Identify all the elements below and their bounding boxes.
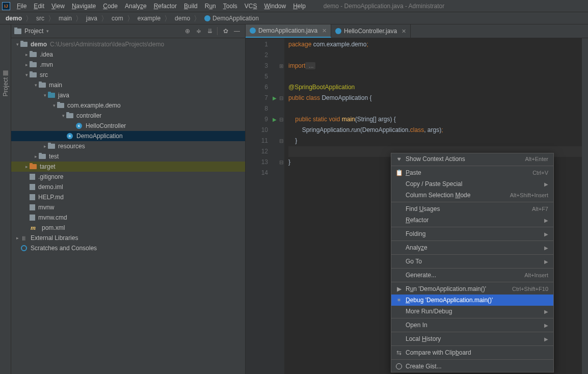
submenu-arrow-icon: ▶	[544, 336, 548, 342]
tree-demo-application[interactable]: cDemoApplication	[11, 131, 245, 141]
ctx-show-context-actions[interactable]: ♥Show Context ActionsAlt+Enter	[391, 153, 553, 165]
ctx-goto[interactable]: Go To▶	[391, 256, 553, 267]
diff-icon: ⇆	[394, 349, 404, 356]
tree-idea[interactable]: ▸.idea	[11, 49, 245, 60]
crumb-example[interactable]: example	[136, 15, 162, 22]
ctx-debug[interactable]: ✶Debug 'DemoApplication.main()'	[391, 295, 553, 306]
run-marker-icon[interactable]: ▶	[273, 93, 277, 103]
tree-resources[interactable]: ▸resources	[11, 141, 245, 151]
tree-src[interactable]: ▾src	[11, 70, 245, 80]
menu-window[interactable]: Window	[260, 1, 289, 11]
menu-file[interactable]: File	[13, 1, 30, 11]
tree-help[interactable]: HELP.md	[11, 192, 245, 202]
ctx-paste[interactable]: 📋PasteCtrl+V	[391, 167, 553, 178]
menu-refactor[interactable]: Refactor	[150, 1, 180, 11]
class-icon	[335, 28, 341, 34]
error-stripe[interactable]	[582, 38, 588, 374]
hide-icon[interactable]: —	[232, 26, 242, 36]
fold-icon[interactable]: ⊟	[278, 93, 284, 103]
ctx-compare-clipboard[interactable]: ⇆Compare with Clipboard	[391, 347, 553, 358]
ctx-copy-paste-special[interactable]: Copy / Paste Special▶	[391, 178, 553, 190]
menu-view[interactable]: View	[48, 1, 68, 11]
menu-bar: IJ File Edit View Navigate Code Analyze …	[0, 0, 588, 12]
tree-package[interactable]: ▾com.example.demo	[11, 100, 245, 111]
submenu-arrow-icon: ▶	[544, 231, 548, 237]
tree-ext-lib[interactable]: ▸⫼External Libraries	[11, 233, 245, 243]
expand-all-icon[interactable]: ≑	[194, 26, 204, 36]
ctx-folding[interactable]: Folding▶	[391, 228, 553, 239]
tree-mvnw[interactable]: mvnw	[11, 202, 245, 212]
submenu-arrow-icon: ▶	[544, 309, 548, 314]
fold-icon[interactable]: ⊞	[278, 61, 284, 71]
tree-root[interactable]: ▾demoC:\Users\Administrator\IdeaProjects…	[11, 39, 245, 49]
tree-java[interactable]: ▾java	[11, 90, 245, 100]
github-icon	[394, 363, 404, 369]
close-icon[interactable]: ✕	[322, 28, 327, 34]
project-header: Project ▾ ⊕ ≑ ⇊ ✿ —	[11, 24, 245, 38]
project-title[interactable]: Project	[24, 28, 43, 35]
tool-tab-project[interactable]: Project	[1, 70, 10, 96]
ctx-analyze[interactable]: Analyze▶	[391, 242, 553, 253]
tree-mvn[interactable]: ▸.mvn	[11, 60, 245, 70]
tree-pom[interactable]: mpom.xml	[11, 223, 245, 233]
tab-hello-controller[interactable]: HelloController.java ✕	[331, 24, 411, 38]
submenu-arrow-icon: ▶	[544, 245, 548, 251]
ctx-open-in[interactable]: Open In▶	[391, 319, 553, 331]
submenu-arrow-icon: ▶	[544, 323, 548, 328]
run-gutter: ▶ ▶	[271, 38, 278, 374]
crumb-demo[interactable]: demo	[4, 15, 23, 22]
crumb-main[interactable]: main	[57, 15, 73, 22]
menu-navigate[interactable]: Navigate	[68, 1, 99, 11]
tree-test[interactable]: ▸test	[11, 151, 245, 162]
ctx-local-history[interactable]: Local History▶	[391, 333, 553, 344]
ctx-more-run-debug[interactable]: More Run/Debug▶	[391, 306, 553, 317]
fold-icon[interactable]: ⊟	[278, 114, 284, 125]
tree-target[interactable]: ▸target	[11, 162, 245, 172]
crumb-demo2[interactable]: demo	[173, 15, 192, 22]
tool-window-stripe: Project	[0, 24, 11, 374]
ctx-column-selection[interactable]: Column Selection ModeAlt+Shift+Insert	[391, 190, 553, 201]
play-icon: ▶	[394, 285, 404, 292]
crumb-com[interactable]: com	[110, 15, 125, 22]
tab-label: HelloController.java	[344, 28, 397, 35]
menu-help[interactable]: Help	[289, 1, 309, 11]
fold-icon[interactable]: ⊟	[278, 157, 284, 168]
collapse-all-icon[interactable]: ⇊	[205, 26, 215, 36]
menu-analyze[interactable]: Analyze	[121, 1, 150, 11]
tree-hello-controller[interactable]: cHelloController	[11, 121, 245, 131]
dropdown-arrow-icon[interactable]: ▾	[46, 29, 49, 34]
project-tree[interactable]: ▾demoC:\Users\Administrator\IdeaProjects…	[11, 38, 245, 374]
crumb-java[interactable]: java	[85, 15, 99, 22]
ctx-find-usages[interactable]: Find UsagesAlt+F7	[391, 203, 553, 215]
submenu-arrow-icon: ▶	[544, 259, 548, 264]
tree-main[interactable]: ▾main	[11, 80, 245, 90]
crumb-file[interactable]: DemoApplication	[203, 15, 260, 22]
ctx-create-gist[interactable]: Create Gist...	[391, 361, 553, 372]
close-icon[interactable]: ✕	[402, 28, 406, 35]
tree-gitignore[interactable]: .gitignore	[11, 172, 245, 182]
ctx-generate[interactable]: Generate...Alt+Insert	[391, 270, 553, 281]
tab-demo-application[interactable]: DemoApplication.java ✕	[246, 24, 331, 38]
menu-edit[interactable]: Edit	[30, 1, 48, 11]
run-marker-icon[interactable]: ▶	[273, 114, 277, 125]
crumb-src[interactable]: src	[35, 15, 46, 22]
locate-icon[interactable]: ⊕	[182, 26, 193, 36]
submenu-arrow-icon: ▶	[544, 181, 548, 187]
clipboard-icon: 📋	[394, 169, 404, 176]
ctx-refactor[interactable]: Refactor▶	[391, 215, 553, 226]
gear-icon[interactable]: ✿	[221, 26, 231, 36]
project-icon	[3, 70, 8, 75]
menu-tools[interactable]: Tools	[220, 1, 241, 11]
tree-iml[interactable]: demo.iml	[11, 182, 245, 192]
ctx-run[interactable]: ▶Run 'DemoApplication.main()'Ctrl+Shift+…	[391, 283, 553, 295]
fold-icon[interactable]: ⊟	[278, 136, 284, 146]
tree-scratch[interactable]: Scratches and Consoles	[11, 243, 245, 253]
menu-run[interactable]: Run	[201, 1, 220, 11]
menu-code[interactable]: Code	[99, 1, 121, 11]
tab-label: DemoApplication.java	[258, 27, 317, 34]
menu-vcs[interactable]: VCS	[241, 1, 261, 11]
tree-mvnwcmd[interactable]: mvnw.cmd	[11, 212, 245, 223]
bug-icon: ✶	[394, 297, 404, 304]
tree-controller[interactable]: ▾controller	[11, 111, 245, 121]
menu-build[interactable]: Build	[180, 1, 201, 11]
